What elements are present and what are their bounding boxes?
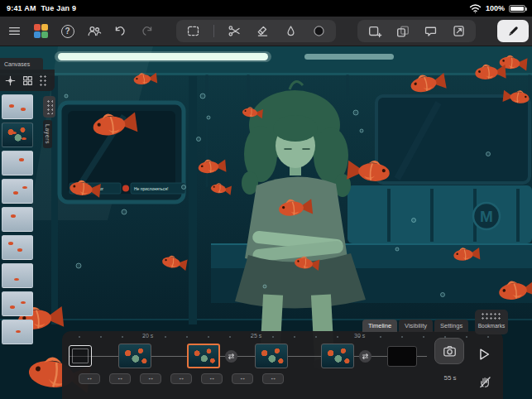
timeline-panel: 20 s25 s30 s (62, 331, 503, 399)
drag-handle-icon[interactable] (39, 75, 46, 87)
canvas-thumbnail[interactable] (2, 291, 33, 316)
link-icon (361, 352, 370, 361)
frame-spacing-button[interactable]: ↔ (262, 373, 284, 384)
timeline-camera-button[interactable] (434, 338, 464, 364)
undo-button[interactable] (113, 22, 128, 41)
timeline-tab[interactable]: Timeline (362, 320, 397, 332)
selection-tool-group (176, 20, 336, 42)
community-button[interactable] (86, 22, 102, 41)
drag-handle-icon (46, 99, 53, 114)
timeline-frame[interactable] (118, 344, 151, 368)
play-button[interactable] (474, 344, 494, 364)
menu-button[interactable] (7, 22, 22, 41)
frame-spacing-button[interactable]: ↔ (201, 373, 223, 384)
canvases-title: Canvases (4, 61, 30, 67)
timeline-frame[interactable] (255, 344, 288, 368)
transform-button[interactable] (451, 22, 467, 41)
canvas-thumbnail[interactable] (2, 123, 33, 147)
timeline-tab-label: Visibility (405, 322, 427, 329)
add-frame-button[interactable] (367, 22, 382, 41)
bookmarks-label: Bookmarks (478, 323, 506, 329)
status-bar: 9:41 AM Tue Jan 9 100% (0, 0, 532, 17)
duplicate-icon (395, 24, 410, 39)
duration-label: 55 s (436, 374, 464, 382)
canvases-panel-header: Canvases (0, 58, 43, 70)
active-brush-tool-button[interactable] (497, 20, 529, 42)
timeline-frame[interactable] (321, 344, 354, 368)
frame-spacing-button[interactable]: ↔ (140, 373, 161, 384)
layers-tab[interactable]: Layers (43, 96, 55, 148)
brush-icon (506, 24, 520, 38)
touch-disable-icon (478, 375, 492, 389)
fill-icon (284, 24, 298, 38)
timeline-frame[interactable] (69, 345, 92, 367)
canvas-thumbnail[interactable] (2, 320, 33, 344)
comment-icon (424, 24, 438, 38)
frame-spacing-button[interactable]: ↔ (232, 373, 253, 384)
help-button[interactable]: ? (60, 22, 75, 41)
spacing-icon: ↔ (239, 374, 246, 382)
spacing-icon: ↔ (270, 374, 276, 382)
color-swatch-button[interactable] (311, 22, 327, 41)
timeline-tab-bar: TimelineVisibilitySettings (362, 320, 468, 332)
layers-label: Layers (43, 120, 52, 148)
frame-tool-group (357, 20, 476, 42)
duplicate-frame-button[interactable] (395, 22, 410, 41)
battery-icon (509, 5, 525, 12)
redo-icon (140, 24, 154, 38)
frame-spacing-button[interactable]: ↔ (79, 373, 100, 384)
touch-disable-button[interactable] (476, 373, 494, 391)
eraser-tool-button[interactable] (255, 22, 271, 41)
bookmarks-panel[interactable]: Bookmarks (475, 310, 508, 334)
help-icon: ? (61, 25, 74, 38)
canvas-thumbnail[interactable] (2, 235, 33, 260)
select-tool-button[interactable] (185, 22, 201, 41)
canvas-thumbnail[interactable] (2, 207, 33, 232)
color-swatch-icon (312, 24, 326, 38)
redo-button[interactable] (139, 22, 155, 41)
select-icon (186, 24, 200, 38)
frame-spacing-button[interactable]: ↔ (170, 373, 192, 384)
wifi-icon (469, 3, 482, 13)
ruler-time-label: 30 s (354, 333, 365, 339)
canvas-thumbnail[interactable] (2, 151, 33, 175)
cut-tool-button[interactable] (227, 22, 242, 41)
canvases-toolbar (0, 70, 55, 91)
transform-icon (452, 24, 466, 38)
app-screen: 9:41 AM Tue Jan 9 100% ? (0, 0, 532, 399)
timeline-tab-label: Timeline (368, 322, 391, 329)
logo-square (41, 31, 48, 38)
timeline-frame[interactable] (387, 346, 417, 367)
eraser-icon (256, 24, 270, 38)
logo-square (34, 31, 41, 38)
bookmark-grid-icon (481, 312, 502, 321)
app-logo (34, 24, 49, 39)
spacing-icon: ↔ (178, 374, 185, 382)
timeline-tab[interactable]: Settings (434, 320, 468, 332)
timeline-tab[interactable]: Visibility (399, 320, 433, 332)
logo-square (34, 24, 41, 31)
status-time-date: 9:41 AM Tue Jan 9 (7, 4, 76, 12)
app-logo-button[interactable] (33, 22, 49, 41)
timeline-frame[interactable] (225, 350, 237, 363)
battery-percent: 100% (486, 4, 505, 12)
spacing-icon: ↔ (86, 374, 93, 382)
canvas-thumbnail[interactable] (2, 263, 33, 288)
canvas-thumbnail[interactable] (2, 94, 33, 119)
frame-spacing-button[interactable]: ↔ (109, 373, 131, 384)
status-date: Tue Jan 9 (41, 4, 77, 12)
canvas-thumbnail[interactable] (2, 179, 33, 204)
metro-logo: M (480, 208, 493, 225)
link-icon (227, 352, 236, 361)
menu-icon (7, 24, 22, 38)
move-icon[interactable] (4, 75, 17, 87)
comment-button[interactable] (423, 22, 439, 41)
grid-icon[interactable] (22, 75, 34, 87)
cut-icon (228, 24, 242, 38)
timeline-frame[interactable] (187, 344, 220, 368)
spacing-icon: ↔ (117, 374, 123, 382)
timeline-frame[interactable] (359, 350, 371, 363)
layers-drag-handle[interactable] (43, 96, 55, 118)
fill-tool-button[interactable] (283, 22, 299, 41)
ruler-time-label: 20 s (142, 333, 153, 339)
